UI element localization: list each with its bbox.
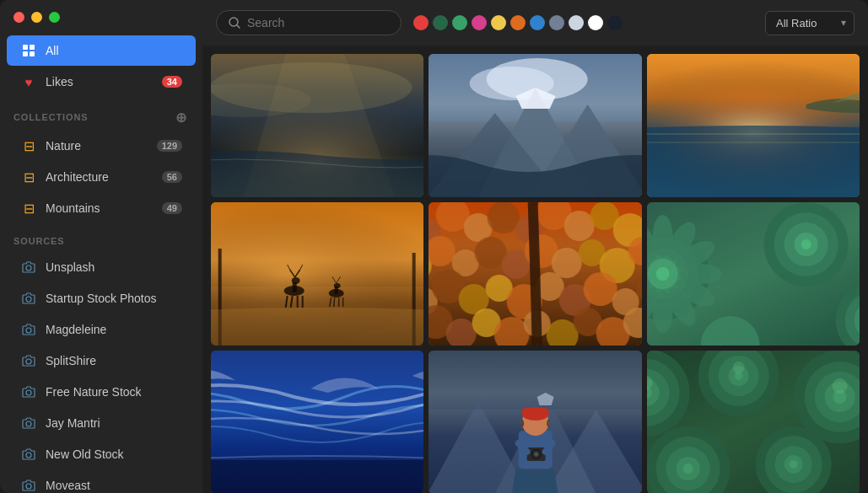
color-filter-white[interactable] bbox=[588, 15, 603, 30]
camera-icon-unsplash bbox=[20, 259, 37, 276]
color-filter-black[interactable] bbox=[607, 15, 623, 30]
camera-icon-jay-mantri bbox=[20, 415, 37, 431]
camera-icon-splitshire bbox=[20, 352, 37, 369]
sidebar-item-magdeleine[interactable]: Magdeleine bbox=[7, 314, 196, 345]
photo-item-1[interactable] bbox=[211, 54, 423, 197]
jay-mantri-label: Jay Mantri bbox=[46, 416, 100, 430]
sidebar-item-startup-stock[interactable]: Startup Stock Photos bbox=[7, 283, 196, 313]
svg-point-11 bbox=[26, 484, 31, 489]
sidebar: All ♥ Likes 34 COLLECTIONS ⊕ ⊟ Nature 12… bbox=[0, 0, 202, 493]
photo-grid bbox=[202, 46, 868, 493]
svg-point-157 bbox=[535, 453, 538, 456]
topbar: All Ratio Landscape Portrait Square bbox=[202, 0, 868, 46]
color-filter-blue[interactable] bbox=[530, 15, 545, 30]
sidebar-item-moveast[interactable]: Moveast bbox=[7, 470, 196, 493]
folder-icon-architecture: ⊟ bbox=[20, 169, 37, 185]
sidebar-item-free-nature[interactable]: Free Nature Stock bbox=[7, 377, 196, 407]
svg-point-82 bbox=[552, 248, 582, 278]
svg-rect-2 bbox=[23, 51, 28, 56]
sidebar-item-nature[interactable]: ⊟ Nature 129 bbox=[7, 131, 196, 161]
svg-point-178 bbox=[682, 464, 693, 474]
svg-point-135 bbox=[801, 239, 811, 249]
splitshire-label: SplitShire bbox=[46, 354, 96, 367]
architecture-label: Architecture bbox=[46, 170, 109, 184]
free-nature-label: Free Nature Stock bbox=[46, 385, 142, 399]
mountains-label: Mountains bbox=[46, 201, 100, 215]
svg-point-44 bbox=[292, 277, 300, 284]
svg-rect-3 bbox=[30, 51, 35, 56]
svg-point-70 bbox=[564, 211, 595, 241]
svg-rect-1 bbox=[30, 45, 35, 50]
new-old-stock-label: New Old Stock bbox=[46, 447, 124, 461]
likes-label: Likes bbox=[46, 75, 73, 88]
sidebar-item-splitshire[interactable]: SplitShire bbox=[7, 346, 196, 376]
svg-point-118 bbox=[655, 267, 669, 281]
svg-rect-153 bbox=[522, 408, 549, 416]
sidebar-item-new-old-stock[interactable]: New Old Stock bbox=[7, 439, 196, 469]
sidebar-item-jay-mantri[interactable]: Jay Mantri bbox=[7, 408, 196, 438]
sidebar-item-likes[interactable]: ♥ Likes 34 bbox=[7, 67, 196, 97]
search-box[interactable] bbox=[216, 10, 402, 35]
sidebar-item-all[interactable]: All bbox=[7, 35, 196, 66]
all-label: All bbox=[46, 44, 59, 57]
close-button[interactable] bbox=[13, 12, 24, 23]
svg-line-59 bbox=[334, 297, 335, 307]
color-filter-dark-green[interactable] bbox=[433, 15, 448, 30]
sidebar-item-architecture[interactable]: ⊟ Architecture 56 bbox=[7, 162, 196, 192]
color-filters bbox=[413, 15, 753, 30]
search-input[interactable] bbox=[247, 16, 374, 29]
minimize-button[interactable] bbox=[31, 12, 42, 23]
camera-icon-new-old-stock bbox=[20, 446, 37, 463]
nature-label: Nature bbox=[46, 139, 81, 153]
color-filter-orange[interactable] bbox=[510, 15, 526, 30]
color-filter-light-gray[interactable] bbox=[569, 15, 584, 30]
color-filter-yellow[interactable] bbox=[491, 15, 506, 30]
unsplash-label: Unsplash bbox=[46, 260, 94, 274]
add-collection-button[interactable]: ⊕ bbox=[174, 110, 189, 125]
ratio-dropdown-wrapper[interactable]: All Ratio Landscape Portrait Square bbox=[765, 11, 855, 35]
search-icon bbox=[229, 17, 240, 29]
photo-item-9[interactable] bbox=[647, 351, 860, 493]
grid-icon bbox=[20, 42, 37, 59]
camera-icon-free-nature bbox=[20, 383, 37, 400]
svg-point-6 bbox=[26, 328, 31, 333]
svg-point-183 bbox=[789, 460, 797, 469]
photo-item-6[interactable] bbox=[647, 202, 860, 346]
color-filter-red[interactable] bbox=[413, 15, 429, 30]
svg-rect-149 bbox=[429, 351, 641, 410]
photo-item-2[interactable] bbox=[429, 54, 641, 197]
main-content: All Ratio Landscape Portrait Square bbox=[202, 0, 868, 493]
ratio-select[interactable]: All Ratio Landscape Portrait Square bbox=[765, 11, 855, 35]
photo-item-3[interactable] bbox=[647, 54, 860, 197]
color-filter-gray[interactable] bbox=[549, 15, 564, 30]
photo-item-7[interactable] bbox=[211, 351, 423, 493]
collections-header: COLLECTIONS ⊕ bbox=[0, 98, 202, 130]
photo-item-8[interactable] bbox=[429, 351, 641, 493]
svg-line-13 bbox=[237, 25, 240, 28]
architecture-count: 56 bbox=[162, 171, 182, 183]
color-filter-pink[interactable] bbox=[472, 15, 487, 30]
svg-point-4 bbox=[26, 265, 31, 271]
color-filter-green[interactable] bbox=[452, 15, 467, 30]
svg-rect-146 bbox=[211, 460, 423, 493]
svg-point-190 bbox=[832, 378, 847, 394]
svg-point-67 bbox=[488, 202, 520, 233]
folder-icon: ⊟ bbox=[20, 137, 37, 154]
maximize-button[interactable] bbox=[49, 12, 60, 23]
svg-point-55 bbox=[334, 283, 341, 288]
moveast-label: Moveast bbox=[46, 479, 90, 492]
mountains-count: 49 bbox=[162, 202, 182, 214]
camera-icon-moveast bbox=[20, 477, 37, 493]
photo-item-4[interactable] bbox=[211, 202, 423, 346]
sidebar-item-mountains[interactable]: ⊟ Mountains 49 bbox=[7, 193, 196, 223]
svg-point-8 bbox=[26, 390, 31, 395]
sidebar-item-unsplash[interactable]: Unsplash bbox=[7, 252, 196, 282]
camera-icon-startup bbox=[20, 290, 37, 307]
magdeleine-label: Magdeleine bbox=[46, 323, 106, 336]
svg-point-7 bbox=[26, 359, 31, 364]
folder-icon-mountains: ⊟ bbox=[20, 200, 37, 217]
photo-item-5[interactable] bbox=[429, 202, 641, 346]
svg-rect-0 bbox=[23, 45, 28, 50]
svg-point-9 bbox=[26, 421, 31, 426]
nature-count: 129 bbox=[157, 140, 182, 152]
